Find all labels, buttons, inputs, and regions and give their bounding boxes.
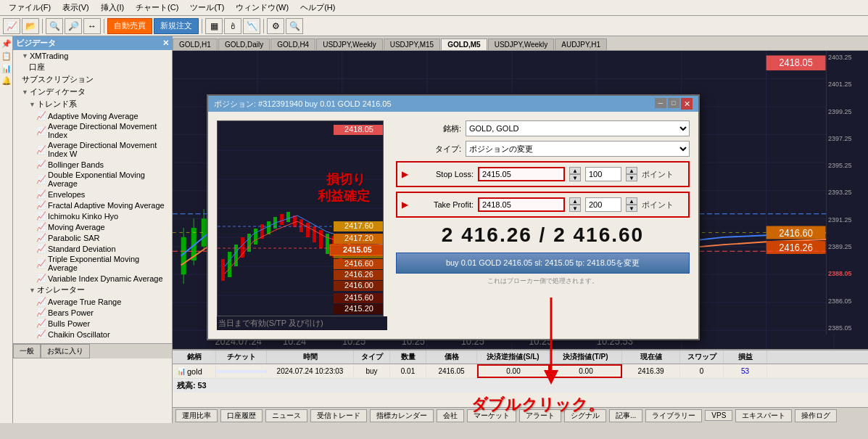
sl-spinners: ▲ ▼ (569, 167, 581, 181)
symbol-select[interactable]: GOLD, GOLD (466, 120, 690, 136)
indicator-icon-16: 📈 (36, 319, 46, 328)
nav-chaikin[interactable]: 📈 Chaikin Oscillator (13, 329, 172, 340)
btn-news[interactable]: ニュース (265, 409, 307, 422)
sl-input[interactable] (478, 167, 565, 181)
nav-dema[interactable]: 📈 Double Exponential Moving Average (13, 170, 172, 189)
btn-alert[interactable]: アラート (519, 409, 561, 422)
nav-parabolic[interactable]: 📈 Parabolic SAR (13, 232, 172, 243)
btn-account-history[interactable]: 口座履歴 (220, 409, 263, 422)
tab-audjpy-h1[interactable]: AUDJPY,H1 (555, 38, 607, 50)
nav-trend[interactable]: ▼ トレンド系 (13, 98, 172, 110)
line-btn[interactable]: 📉 (243, 18, 260, 34)
btn-calendar[interactable]: 指標カレンダー (370, 409, 434, 422)
menu-insert[interactable]: 挿入(I) (95, 1, 130, 15)
svg-text:2416.00: 2416.00 (344, 281, 373, 290)
nav-account[interactable]: 口座 (13, 61, 172, 73)
nav-favorite-tab[interactable]: お気に入り (41, 344, 90, 358)
new-chart-btn[interactable]: 📈 (3, 18, 20, 34)
left-icon-2[interactable]: 📋 (1, 52, 12, 61)
nav-admiw[interactable]: 📈 Average Directional Movement Index W (13, 140, 172, 159)
sl-down-btn[interactable]: ▼ (569, 174, 581, 181)
btn-articles[interactable]: 記事... (609, 409, 642, 422)
nav-frama[interactable]: 📈 Fractal Adaptive Moving Average (13, 200, 172, 210)
tab-usdjpy-weekly2[interactable]: USDJPY,Weekly (488, 38, 555, 50)
btn-company[interactable]: 会社 (437, 409, 464, 422)
candle-btn[interactable]: 🕯 (224, 18, 241, 34)
tp-points-input[interactable] (585, 197, 621, 212)
nav-tema[interactable]: 📈 Triple Exponential Moving Average (13, 254, 172, 273)
nav-ma[interactable]: 📈 Moving Average (13, 221, 172, 232)
btn-vps[interactable]: VPS (705, 410, 732, 421)
btn-operation-log[interactable]: 操作ログ (795, 409, 837, 422)
confirm-btn[interactable]: buy 0.01 GOLD 2416.05 sl: 2415.05 tp: 24… (396, 253, 690, 274)
open-btn[interactable]: 📂 (22, 18, 39, 34)
sl-up-btn[interactable]: ▲ (569, 167, 581, 174)
sl-points-input[interactable] (585, 167, 621, 181)
current-price-display: 2 416.26 / 2 416.60 (396, 223, 690, 247)
modal-maximize-btn[interactable]: □ (668, 98, 679, 108)
type-select[interactable]: ポジションの変更 (466, 141, 690, 157)
tp-unit: ポイント (642, 200, 674, 210)
sl-pts-up-btn[interactable]: ▲ (626, 167, 637, 174)
sl-pts-down-btn[interactable]: ▼ (626, 174, 637, 181)
menu-tools[interactable]: ツール(T) (184, 1, 230, 15)
left-icon-3[interactable]: 📊 (1, 64, 12, 73)
zoom-in-btn[interactable]: 🔍 (46, 18, 63, 34)
bar-chart-btn[interactable]: ▦ (205, 18, 223, 34)
nav-close-icon[interactable]: ✕ (162, 38, 169, 48)
menu-window[interactable]: ウィンドウ(W) (230, 1, 294, 15)
nav-bollinger[interactable]: 📈 Bollinger Bands (13, 159, 172, 170)
left-icon-4[interactable]: 🔔 (1, 76, 12, 86)
tp-up-btn[interactable]: ▲ (569, 197, 581, 205)
cell-price: 2416.05 (426, 366, 477, 377)
cell-time: 2024.07.24 10:23:03 (267, 366, 354, 377)
auto-trade-btn[interactable]: 自動売買 (107, 18, 152, 34)
balance-label: 残高: (177, 381, 196, 390)
table-row[interactable]: 📊 gold 2024.07.24 10:23:03 buy 0.01 2416… (173, 364, 868, 379)
menu-chart[interactable]: チャート(C) (130, 1, 184, 15)
nav-indicators[interactable]: ▼ インディケータ (13, 86, 172, 98)
search-btn[interactable]: 🔍 (286, 18, 303, 34)
tab-gold-m5[interactable]: GOLD,M5 (441, 38, 487, 50)
tab-gold-h1[interactable]: GOLD,H1 (173, 38, 218, 50)
btn-library[interactable]: ライブラリー (645, 409, 702, 422)
tab-gold-daily[interactable]: GOLD,Daily (218, 38, 270, 50)
tp-input[interactable] (478, 197, 565, 212)
nav-adaptive-ma[interactable]: 📈 Adaptive Moving Average (13, 110, 172, 121)
nav-bears-power[interactable]: 📈 Bears Power (13, 307, 172, 318)
tab-usdjpy-m15[interactable]: USDJPY,M15 (384, 38, 440, 50)
btn-signal[interactable]: シグナル (564, 409, 606, 422)
svg-text:2416.26: 2416.26 (344, 270, 373, 279)
tab-usdjpy-weekly[interactable]: USDJPY,Weekly (316, 38, 383, 50)
nav-stddev[interactable]: 📈 Standard Deviation (13, 243, 172, 254)
btn-expert[interactable]: エキスパート (735, 409, 792, 422)
nav-general-tab[interactable]: 一般 (13, 344, 41, 358)
menu-file[interactable]: ファイル(F) (3, 1, 57, 15)
new-order-btn[interactable]: 新規注文 (154, 18, 199, 34)
left-icon-1[interactable]: 📌 (1, 39, 12, 49)
tab-gold-h4[interactable]: GOLD,H4 (270, 38, 315, 50)
menu-view[interactable]: 表示(V) (57, 1, 95, 15)
menu-help[interactable]: ヘルプ(H) (294, 1, 341, 15)
nav-ichimoku[interactable]: 📈 Ichimoku Kinko Hyo (13, 210, 172, 221)
nav-xmtrading[interactable]: ▼ XMTrading (13, 51, 172, 61)
nav-admi[interactable]: 📈 Average Directional Movement Index (13, 121, 172, 140)
scroll-btn[interactable]: ↔ (83, 18, 101, 34)
btn-received-trade[interactable]: 受信トレード (310, 409, 367, 422)
modal-minimize-btn[interactable]: ─ (655, 98, 666, 108)
nav-oscillators[interactable]: ▼ オシレーター (13, 284, 172, 296)
svg-text:2418.05: 2418.05 (779, 57, 812, 68)
nav-bulls-power[interactable]: 📈 Bulls Power (13, 318, 172, 329)
btn-ratio[interactable]: 運用比率 (175, 409, 218, 422)
nav-vidya[interactable]: 📈 Variable Index Dynamic Average (13, 273, 172, 284)
modal-close-btn[interactable]: ✕ (681, 98, 693, 110)
indicators-btn[interactable]: ⚙ (267, 18, 284, 34)
nav-envelopes[interactable]: 📈 Envelopes (13, 189, 172, 200)
btn-market[interactable]: マーケット (467, 409, 516, 422)
zoom-out-btn[interactable]: 🔎 (65, 18, 82, 34)
tp-down-btn[interactable]: ▼ (569, 205, 581, 212)
nav-atr[interactable]: 📈 Average True Range (13, 296, 172, 307)
tp-pts-up-btn[interactable]: ▲ (626, 197, 637, 205)
nav-subscription[interactable]: サブスクリプション (13, 73, 172, 86)
tp-pts-down-btn[interactable]: ▼ (626, 205, 637, 212)
